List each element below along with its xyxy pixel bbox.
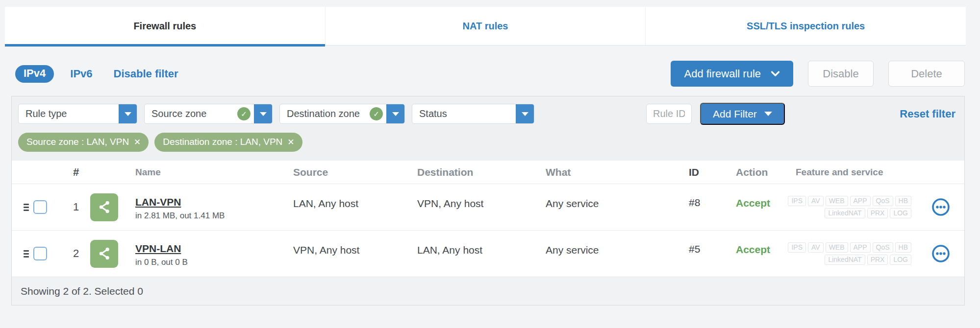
- chevron-down-icon: [522, 112, 528, 116]
- filter-applied-check-icon: ✓: [370, 107, 383, 120]
- filter-applied-check-icon: ✓: [237, 107, 251, 120]
- row-more-actions-button[interactable]: [931, 197, 951, 217]
- destination-zone-dropdown-label: Destination zone: [280, 108, 370, 119]
- row-more-actions-button[interactable]: [931, 244, 951, 263]
- tab-nat-rules-label: NAT rules: [463, 21, 508, 32]
- reset-filter-link[interactable]: Reset filter: [900, 108, 955, 120]
- tab-firewall-rules-label: Firewall rules: [133, 21, 196, 32]
- header-name: Name: [135, 167, 293, 178]
- badge-linkednat: LinkedNAT: [825, 255, 865, 265]
- header-action: Action: [714, 166, 771, 178]
- rule-traffic-stats: in 0 B, out 0 B: [135, 258, 293, 267]
- rule-name-link[interactable]: LAN-VPN: [135, 196, 181, 208]
- destination-zone-filter-chip[interactable]: Destination zone : LAN, VPN ✕: [154, 133, 302, 152]
- close-icon[interactable]: ✕: [287, 137, 294, 147]
- rule-id-input[interactable]: [646, 104, 692, 124]
- cell-action-accept: Accept: [714, 231, 771, 277]
- source-zone-dropdown-chevron-button[interactable]: [254, 104, 272, 124]
- badge-hb: HB: [895, 196, 911, 206]
- chevron-down-icon: [771, 70, 780, 77]
- showing-count-text: Showing 2 of 2. Selected 0: [21, 285, 143, 297]
- cell-rule-id: #5: [669, 231, 714, 277]
- badge-app: APP: [850, 242, 871, 253]
- row-number: 1: [62, 184, 90, 230]
- source-zone-filter-chip-label: Source zone : LAN, VPN: [26, 137, 129, 147]
- badge-ips: IPS: [788, 242, 806, 253]
- row-checkbox[interactable]: [33, 200, 47, 214]
- cell-what: Any service: [546, 231, 669, 277]
- rule-type-dropdown-chevron-button[interactable]: [119, 104, 137, 124]
- header-destination: Destination: [417, 166, 546, 178]
- table-header-row: # Name Source Destination What ID Action…: [12, 161, 964, 184]
- badge-av: AV: [808, 242, 824, 253]
- badge-qos: QoS: [873, 196, 893, 206]
- rules-panel: Rule type Source zone ✓ Destination zone…: [11, 96, 965, 305]
- destination-zone-dropdown-chevron-button[interactable]: [386, 104, 404, 124]
- badge-log: LOG: [890, 255, 911, 265]
- toolbar: IPv4 IPv6 Disable filter Add firewall ru…: [15, 61, 965, 87]
- rules-tabbar: Firewall rules NAT rules SSL/TLS inspect…: [5, 7, 966, 46]
- chevron-down-icon: [764, 112, 772, 116]
- firewall-page: Firewall rules NAT rules SSL/TLS inspect…: [0, 7, 980, 328]
- badge-av: AV: [808, 196, 824, 206]
- source-zone-dropdown-label: Source zone: [145, 108, 237, 119]
- header-source: Source: [293, 166, 417, 178]
- badge-qos: QoS: [873, 242, 893, 253]
- source-zone-filter-chip[interactable]: Source zone : LAN, VPN ✕: [18, 133, 149, 152]
- badge-prx: PRX: [867, 208, 888, 218]
- disable-button-label: Disable: [823, 68, 858, 80]
- cell-destination: VPN, Any host: [417, 184, 546, 230]
- cell-rule-id: #8: [669, 184, 714, 230]
- add-filter-button-label: Add Filter: [713, 108, 757, 120]
- source-zone-dropdown[interactable]: Source zone ✓: [144, 104, 273, 124]
- filter-zone: Rule type Source zone ✓ Destination zone…: [12, 96, 964, 161]
- rule-type-dropdown[interactable]: Rule type: [18, 104, 137, 124]
- badge-web: WEB: [826, 196, 848, 206]
- cell-what: Any service: [546, 184, 669, 230]
- add-firewall-rule-button[interactable]: Add firewall rule: [671, 61, 793, 87]
- delete-button-label: Delete: [911, 68, 942, 80]
- destination-zone-dropdown[interactable]: Destination zone ✓: [279, 104, 405, 124]
- rule-traffic-stats: in 2.81 MB, out 1.41 MB: [135, 211, 293, 221]
- header-number: #: [62, 166, 90, 179]
- disable-button[interactable]: Disable: [808, 61, 874, 87]
- badge-linkednat: LinkedNAT: [825, 208, 865, 218]
- tab-firewall-rules[interactable]: Firewall rules: [5, 7, 326, 45]
- close-icon[interactable]: ✕: [134, 137, 141, 147]
- disable-filter-link[interactable]: Disable filter: [114, 68, 178, 80]
- badge-log: LOG: [890, 208, 911, 218]
- header-feature-and-service: Feature and service: [771, 167, 964, 178]
- filter-controls-row: Rule type Source zone ✓ Destination zone…: [18, 103, 957, 125]
- table-footer: Showing 2 of 2. Selected 0: [12, 277, 964, 305]
- row-checkbox[interactable]: [33, 247, 47, 260]
- tab-nat-rules[interactable]: NAT rules: [326, 7, 646, 45]
- badge-app: APP: [850, 196, 871, 206]
- chevron-down-icon: [260, 112, 267, 116]
- rule-type-share-icon: [90, 240, 118, 268]
- rule-type-share-icon: [90, 193, 118, 221]
- badge-prx: PRX: [867, 255, 888, 265]
- cell-source: VPN, Any host: [293, 231, 417, 277]
- ipv6-toggle[interactable]: IPv6: [70, 68, 92, 80]
- ipv4-toggle[interactable]: IPv4: [15, 65, 54, 83]
- add-filter-button[interactable]: Add Filter: [700, 103, 785, 125]
- feature-badges: IPS AV WEB APP QoS HB LinkedNAT PRX LOG: [788, 242, 911, 265]
- destination-zone-filter-chip-label: Destination zone : LAN, VPN: [163, 137, 282, 147]
- status-dropdown-chevron-button[interactable]: [516, 104, 534, 124]
- ellipsis-icon: [931, 197, 951, 217]
- status-dropdown[interactable]: Status: [412, 104, 534, 124]
- badge-web: WEB: [826, 242, 848, 253]
- table-row: 1 LAN-VPN in 2.81 MB,: [12, 184, 964, 231]
- cell-source: LAN, Any host: [293, 184, 417, 230]
- table-row: 2 VPN-LAN in 0 B, out: [12, 231, 964, 277]
- badge-hb: HB: [895, 242, 911, 253]
- feature-badges: IPS AV WEB APP QoS HB LinkedNAT PRX LOG: [788, 196, 911, 218]
- tab-ssl-tls-inspection-rules[interactable]: SSL/TLS inspection rules: [646, 7, 966, 45]
- rule-name-link[interactable]: VPN-LAN: [135, 243, 181, 255]
- header-id: ID: [669, 166, 714, 178]
- drag-handle[interactable]: [24, 204, 29, 211]
- drag-handle[interactable]: [24, 250, 29, 258]
- cell-action-accept: Accept: [714, 184, 771, 230]
- badge-ips: IPS: [788, 196, 806, 206]
- delete-button[interactable]: Delete: [888, 61, 965, 87]
